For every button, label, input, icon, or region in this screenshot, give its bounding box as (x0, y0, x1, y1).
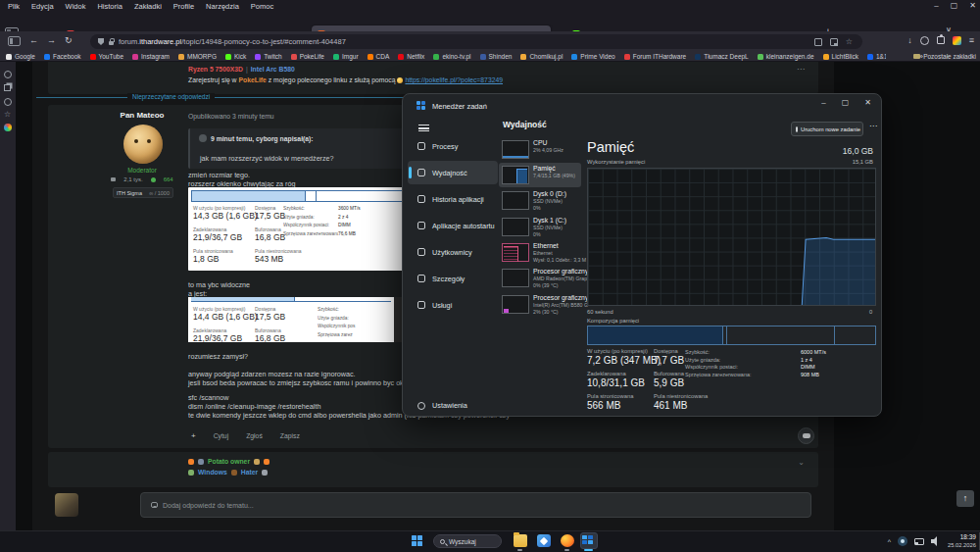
lock-icon[interactable] (109, 41, 114, 45)
account-icon[interactable] (920, 36, 929, 45)
task-manager-nav-item[interactable]: Szczegóły (408, 267, 498, 290)
downloads-icon[interactable]: ↓ (907, 35, 912, 45)
steam-icon[interactable] (898, 536, 907, 546)
bookmark-item[interactable]: ekino-tv.pl (433, 53, 470, 60)
performance-card[interactable]: Dysk 0 (D:) SSD (NVMe) 0% (499, 188, 581, 213)
bookmark-item[interactable]: Tłumacz DeepL (695, 53, 749, 60)
menu-item[interactable]: Zakładki (134, 2, 162, 11)
performance-card[interactable]: Dysk 1 (C:) SSD (NVMe) 0% (499, 215, 581, 239)
performance-card[interactable]: Procesor graficzny Intel(R) Arc(TM) B580… (499, 292, 581, 317)
bookmark-item[interactable]: 1&1 (867, 53, 886, 60)
app-menu-icon[interactable]: ≡ (969, 35, 974, 45)
bookmark-item[interactable]: YouTube (90, 53, 124, 60)
task-manager-nav-item[interactable]: Użytkownicy (408, 240, 498, 264)
settings-nav-item[interactable]: Ustawienia (417, 401, 467, 410)
post-author[interactable]: Pan Mateoo (102, 111, 182, 120)
bookmark-item[interactable]: Netflix (398, 53, 424, 60)
menu-item[interactable]: Edycja (31, 2, 54, 11)
bookmark-star-icon[interactable]: ☆ (846, 38, 853, 46)
reply-input[interactable]: Dodaj odpowiedź do tematu... (140, 492, 811, 518)
bookmark-item[interactable]: PokeLife (291, 53, 324, 60)
bookmark-item[interactable]: Forum ITHardware (624, 53, 687, 60)
report-button[interactable]: Zgłoś (246, 432, 263, 439)
embedded-screenshot-memory[interactable]: W użyciu (po kompresji)14,3 GB (1,6 GB) … (188, 187, 433, 271)
speaker-icon[interactable] (931, 536, 941, 546)
performance-card[interactable]: Ethernet Ethernet Wysł: 0,1 Odebr.: 3,3 … (499, 240, 581, 265)
bookmark-item[interactable]: MMORPG (178, 53, 217, 60)
firefox-icon[interactable] (561, 534, 574, 547)
signature-link[interactable]: Windows (198, 469, 227, 476)
save-button[interactable]: Zapisz (280, 432, 300, 439)
bookmark-item[interactable]: Prime Video (571, 53, 614, 60)
performance-card[interactable]: Procesor graficzny AMD Radeon(TM) Grapl … (499, 266, 581, 290)
post-options-icon[interactable]: ⋯ (797, 65, 805, 74)
bookmark-item[interactable]: Chomikuj.pl (520, 53, 563, 60)
more-options-icon[interactable]: ⋯ (869, 122, 877, 130)
promo-link[interactable]: https://pokelife.pl/?polec=873249 (405, 76, 503, 83)
bookmark-item[interactable]: Google (6, 53, 35, 60)
bookmark-item[interactable]: Instagram (132, 53, 170, 60)
tracking-shield-icon[interactable] (98, 38, 104, 45)
maximize-button[interactable]: ▢ (842, 98, 850, 107)
bookmark-item[interactable]: Twitch (255, 53, 281, 60)
bookmarks-icon[interactable]: ☆ (4, 111, 11, 119)
synced-tabs-icon[interactable] (4, 84, 11, 91)
profile-icon[interactable] (4, 71, 12, 78)
tray-chevron-icon[interactable]: ^ (888, 538, 891, 545)
task-manager-nav-item[interactable]: Aplikacje autostartu (408, 214, 498, 237)
bookmark-item[interactable]: LichtBlick (823, 53, 858, 60)
menu-item[interactable]: Plik (8, 2, 20, 11)
back-button[interactable]: ← (29, 35, 38, 45)
scroll-to-top-button[interactable]: ↑ (956, 490, 974, 507)
task-manager-titlebar[interactable]: Menedżer zadań (416, 101, 487, 111)
menu-item[interactable]: Historia (97, 2, 122, 11)
memory-composition-bar[interactable] (587, 326, 876, 345)
taskbar-search-box[interactable]: Wyszukaj (433, 534, 502, 548)
quote-button[interactable]: Cytuj (214, 432, 229, 439)
start-button[interactable] (412, 535, 423, 547)
close-button[interactable]: ✕ (969, 0, 976, 12)
menu-item[interactable]: Profile (173, 2, 194, 11)
other-bookmarks-button[interactable]: Pozostałe zakładki (913, 51, 976, 62)
screenshot-icon[interactable] (814, 38, 822, 46)
hamburger-menu-icon[interactable] (418, 125, 429, 131)
current-user-avatar[interactable] (55, 493, 78, 517)
collapse-signature-icon[interactable]: ⌄ (798, 458, 805, 467)
task-manager-nav-item[interactable]: Historia aplikacji (408, 187, 498, 211)
menu-item[interactable]: Narzędzia (206, 2, 239, 11)
url-bar[interactable]: forum.ithardware.pl/topic/14948-pomocy-c… (90, 34, 862, 49)
task-manager-nav-item[interactable]: Procesy (408, 134, 498, 158)
picture-in-picture-icon[interactable] (830, 38, 838, 46)
task-manager-nav-item[interactable]: Usługi (408, 293, 498, 317)
taskbar-clock[interactable]: 18:39 25.02.2026 (948, 533, 976, 549)
bookmark-item[interactable]: Facebook (44, 53, 81, 60)
maximize-button[interactable]: ▢ (951, 0, 958, 12)
multiquote-button[interactable]: + (191, 431, 196, 440)
bookmark-item[interactable]: Imgur (333, 53, 359, 60)
history-icon[interactable] (4, 98, 12, 106)
task-manager-nav-item[interactable]: Wydajność (408, 161, 498, 184)
bookmark-item[interactable]: kleinanzeigen.de (758, 53, 814, 60)
menu-item[interactable]: Pomoc (251, 2, 273, 11)
menu-item[interactable]: Widok (66, 2, 86, 11)
task-manager-icon[interactable] (582, 535, 595, 546)
performance-card[interactable]: CPU 2% 4,09 GHz (499, 137, 581, 162)
minimize-button[interactable]: – (821, 98, 825, 107)
close-button[interactable]: ✕ (864, 98, 871, 107)
file-explorer-icon[interactable] (514, 534, 527, 547)
avatar[interactable] (123, 125, 163, 164)
adblock-icon[interactable] (953, 36, 961, 45)
bookmark-item[interactable]: Shinden (480, 53, 513, 60)
bookmark-item[interactable]: CDA (368, 53, 390, 60)
extensions-icon[interactable] (937, 36, 945, 44)
photos-icon[interactable] (537, 534, 551, 547)
pinned-extension-icon[interactable] (4, 124, 12, 131)
run-new-task-button[interactable]: Uruchom nowe zadanie (791, 122, 863, 136)
floating-chat-button[interactable] (798, 427, 814, 444)
performance-card[interactable]: Pamięć 7,4/15,1 GB (49%) (499, 163, 581, 187)
reload-button[interactable]: ↻ (65, 35, 73, 45)
cast-icon[interactable] (914, 538, 924, 545)
minimize-button[interactable]: – (934, 0, 938, 12)
bookmark-item[interactable]: Kick (225, 53, 246, 60)
forward-button[interactable]: → (47, 35, 56, 45)
